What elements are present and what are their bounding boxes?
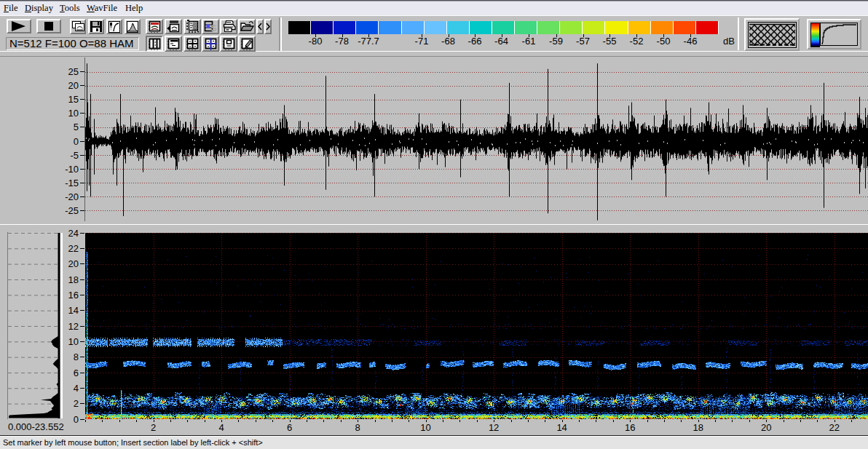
svg-text:S: S — [210, 23, 217, 33]
